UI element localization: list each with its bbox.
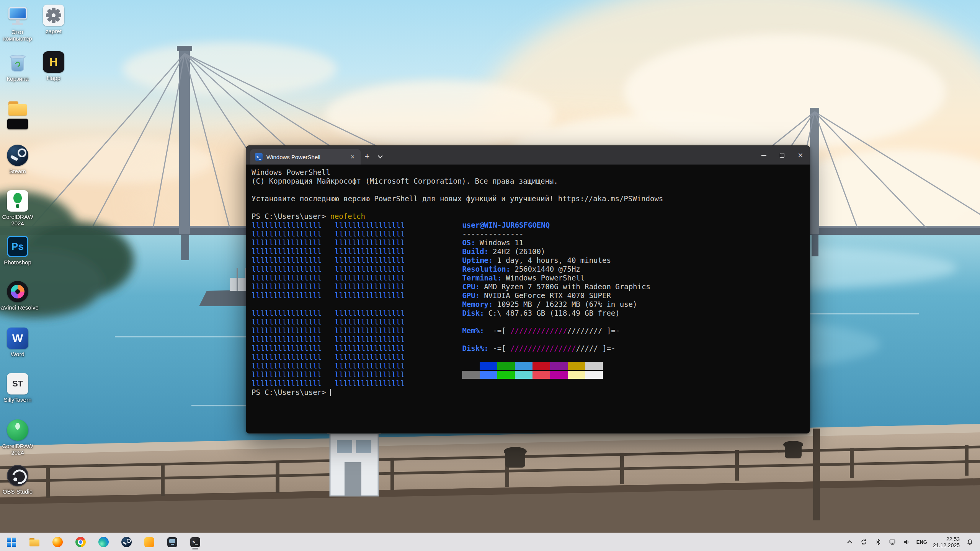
network-icon (889, 539, 896, 545)
desktop-icon-coreldraw[interactable]: CorelDRAW 2024 (0, 190, 40, 227)
bluetooth-icon (875, 539, 881, 545)
edge-icon (98, 537, 109, 547)
tray-network[interactable] (888, 538, 897, 546)
tab-windows-powershell[interactable]: >_ Windows PowerShell × (250, 149, 361, 165)
desktop-icon-steam[interactable]: Steam (0, 145, 40, 174)
blank-line (462, 353, 650, 362)
desktop-icon-label: Steam (9, 168, 26, 174)
terminal-window: >_ Windows PowerShell × + × Windows Powe… (246, 145, 810, 434)
blank-line (252, 186, 806, 194)
tab-dropdown-button[interactable] (374, 150, 387, 163)
palette-swatch (462, 371, 480, 379)
terminal-icon: >_ (190, 537, 200, 547)
palette-swatch (515, 371, 532, 379)
desktop-icon-folder[interactable] (0, 98, 40, 133)
desktop-icon-label: OBS Studio (3, 488, 33, 495)
neofetch-output: llllllllllllllll llllllllllllllll llllll… (252, 221, 806, 388)
tray-sync[interactable] (860, 538, 868, 546)
info-field: Resolution:980x551 @75Hz (462, 265, 650, 274)
info-field: Disk:C:\ 487.63 GB (118.49 GB free) (462, 309, 650, 318)
desktop-icon-label: SillyTavern (4, 396, 32, 403)
powershell-update-link[interactable]: https://aka.ms/PSWindows (558, 194, 663, 203)
sillytavern-icon: ST (7, 373, 28, 395)
tray-clock[interactable]: 22:53 21.12.2025 (933, 536, 960, 548)
info-field: Terminal:Windows PowerShell (462, 274, 650, 282)
tray-time: 22:53 (933, 536, 960, 542)
tray-volume[interactable] (902, 538, 911, 546)
language-indicator[interactable]: ENG (916, 539, 927, 545)
palette-swatch (480, 362, 497, 370)
volume-icon (903, 539, 910, 545)
desktop-icon-obs-studio[interactable]: OBS Studio (0, 465, 40, 495)
taskbar-steam[interactable] (119, 535, 134, 550)
powershell-icon: >_ (255, 153, 263, 161)
terminal-viewport[interactable]: Windows PowerShell (C) Корпорация Майкро… (246, 165, 810, 433)
palette-swatch (568, 371, 585, 379)
palette-swatch (568, 362, 585, 370)
taskbar-terminal[interactable]: >_ (188, 535, 203, 550)
steam-icon (7, 145, 28, 166)
taskbar-firefox[interactable] (50, 535, 65, 550)
title-bar[interactable]: >_ Windows PowerShell × + × (246, 146, 810, 165)
prompt: PS C:\Users\user> (252, 388, 326, 396)
desktop-icon-label: zapret (46, 28, 62, 34)
taskbar-file-explorer[interactable] (27, 535, 42, 550)
maximize-button[interactable] (773, 146, 791, 165)
minimize-button[interactable] (755, 146, 773, 165)
desktop-icon-coreldraw-2[interactable]: CorelDRAW 2024 (0, 419, 40, 456)
close-button[interactable]: × (791, 146, 810, 165)
folder-icon (7, 98, 29, 131)
blank-line (462, 318, 650, 326)
desktop-icon-label: CorelDRAW 2024 (0, 443, 39, 456)
tray-bluetooth[interactable] (874, 538, 882, 546)
info-field: GPU:NVIDIA GeForce RTX 4070 SUPER (462, 291, 650, 300)
new-tab-button[interactable]: + (361, 150, 374, 163)
palette-swatch (497, 371, 515, 379)
chevron-down-icon (378, 153, 383, 158)
word-icon: W (7, 328, 28, 349)
tray-show-hidden-icons[interactable] (846, 538, 854, 546)
taskbar-obs-studio[interactable] (165, 535, 180, 550)
desktop-icon-sillytavern[interactable]: ST SillyTavern (0, 373, 40, 403)
palette-swatch (480, 371, 497, 379)
update-notice: Установите последнюю версию PowerShell д… (252, 194, 806, 203)
info-field: OS:Windows 11 (462, 238, 650, 247)
happ-icon: H (43, 51, 64, 73)
blank-line (462, 335, 650, 344)
desktop-icon-label: DaVinci Resolve (0, 304, 39, 311)
taskbar-chrome[interactable] (73, 535, 88, 550)
desktop-icon-label: CorelDRAW 2024 (0, 214, 39, 227)
neofetch-info: user@WIN-JUR6SFGOENQ -------------- OS:W… (462, 221, 650, 379)
info-field: Memory:10925 MB / 16232 MB (67% in use) (462, 300, 650, 309)
info-field: CPU:AMD Ryzen 7 5700G with Radeon Graphi… (462, 282, 650, 291)
minimize-icon (761, 155, 766, 156)
taskbar-edge[interactable] (96, 535, 111, 550)
desktop-icon-label: Photoshop (4, 259, 31, 266)
tray-notifications[interactable] (965, 538, 974, 546)
neofetch-logo: llllllllllllllll llllllllllllllll llllll… (252, 221, 405, 388)
taskbar-happ[interactable] (142, 535, 157, 550)
start-button[interactable] (4, 535, 19, 550)
taskbar-apps: >_ (0, 535, 203, 550)
desktop-icon-word[interactable]: W Word (0, 328, 40, 357)
disk-bar: Disk%:-=[ //////////////////// ]=- (462, 344, 650, 353)
tab-title: Windows PowerShell (266, 154, 345, 160)
recycle-bin-icon (7, 51, 29, 73)
desktop-icon-happ[interactable]: H Happ (31, 51, 76, 81)
dock-post (813, 429, 820, 520)
tray-date: 21.12.2025 (933, 542, 960, 548)
desktop-icon-zapret[interactable]: zapret (31, 5, 76, 34)
obs-studio-icon (167, 537, 177, 547)
palette-swatch (532, 362, 550, 370)
prompt: PS C:\Users\user> (252, 212, 326, 220)
info-field: Build:24H2 (26100) (462, 247, 650, 256)
palette-swatch (515, 362, 532, 370)
tab-close-icon[interactable]: × (348, 153, 357, 161)
palette-swatch (532, 371, 550, 379)
palette-swatch (462, 362, 480, 370)
obs-studio-icon (7, 465, 28, 486)
desktop-icon-photoshop[interactable]: Ps Photoshop (0, 236, 40, 266)
gear-icon (43, 5, 64, 26)
desktop-icon-davinci-resolve[interactable]: DaVinci Resolve (0, 281, 40, 311)
info-field: Uptime:1 day, 4 hours, 40 minutes (462, 256, 650, 265)
